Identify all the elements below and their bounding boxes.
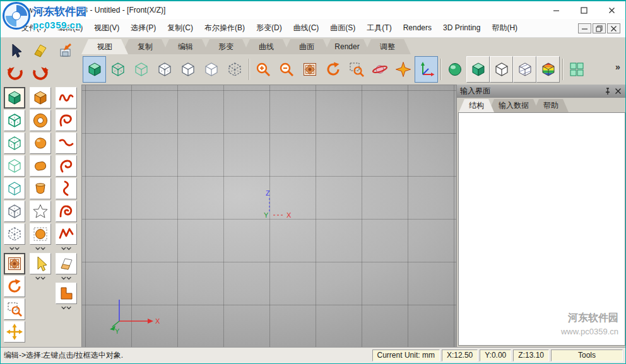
- squiggle-coil-button[interactable]: [56, 201, 77, 222]
- cube-wire-white-button[interactable]: [4, 201, 25, 222]
- star-outline-button[interactable]: [30, 201, 51, 222]
- menu-item-12[interactable]: 3D Printing: [437, 19, 486, 37]
- sphere-green-button[interactable]: [443, 56, 466, 83]
- panel-tab-1[interactable]: 结构: [459, 99, 494, 112]
- menu-item-11[interactable]: Renders: [398, 19, 437, 37]
- ribbon-tab-4[interactable]: 形变: [203, 39, 249, 54]
- cube-wire-white2-button[interactable]: [176, 56, 199, 83]
- cube-wire-white-button[interactable]: [153, 56, 176, 83]
- cube-orange-button[interactable]: [30, 87, 51, 109]
- ribbon-tab-7[interactable]: Render: [324, 39, 370, 54]
- menu-item-4[interactable]: 选择(P): [125, 19, 162, 37]
- squiggle-curl-button[interactable]: [56, 110, 77, 131]
- ribbon-tab-1[interactable]: 视图: [81, 39, 128, 54]
- cube-wire-white3-button[interactable]: [199, 56, 223, 83]
- cube-wire-teal-button[interactable]: [4, 178, 25, 199]
- zoom-in-button[interactable]: [251, 56, 275, 83]
- cube-rainbow-button[interactable]: [536, 56, 560, 83]
- panel-close-icon[interactable]: [613, 86, 623, 97]
- close-button[interactable]: [598, 1, 625, 19]
- zoom-select-button[interactable]: [4, 298, 25, 320]
- menu-item-5[interactable]: 复制(C): [162, 19, 199, 37]
- chevron-down-icon[interactable]: [56, 305, 77, 311]
- pattern-ornate-button[interactable]: [298, 56, 321, 83]
- cube-wire-green2-button[interactable]: [4, 155, 25, 177]
- save-arrow-button[interactable]: [54, 39, 78, 61]
- tools-button[interactable]: Tools: [551, 349, 623, 361]
- move-cross-button[interactable]: [4, 321, 25, 343]
- l-shape-button[interactable]: [56, 283, 77, 304]
- squiggle-ribbon-button[interactable]: [56, 223, 77, 245]
- menu-item-6[interactable]: 布尔操作(B): [199, 19, 251, 37]
- saturn-icon: [372, 61, 388, 78]
- cube-solid-green-button[interactable]: [4, 87, 25, 109]
- pattern-ornate-button[interactable]: [4, 253, 25, 274]
- squiggle-vs-button[interactable]: [56, 178, 77, 199]
- squiggle-wave-button[interactable]: [56, 87, 77, 109]
- cube-wire-green-full-button[interactable]: [4, 110, 25, 131]
- cube-wire-dashed-icon: [227, 61, 243, 78]
- wedge-yellow-button[interactable]: [28, 39, 52, 61]
- cube-solid-green-button[interactable]: [466, 56, 490, 83]
- cube-wire-boxed-button[interactable]: [490, 56, 513, 83]
- menu-item-3[interactable]: 视图(V): [88, 19, 125, 37]
- mdi-restore-button[interactable]: [593, 23, 606, 33]
- undo-button[interactable]: [3, 61, 27, 83]
- menu-item-1[interactable]: 文件(F): [16, 19, 52, 37]
- cube-solid-green-button[interactable]: [83, 56, 106, 83]
- chevron-down-icon[interactable]: [30, 246, 51, 252]
- toolbar-overflow-button[interactable]: »: [612, 62, 623, 72]
- sidebar-column-2: [28, 87, 52, 281]
- ribbon-tab-8[interactable]: 调整: [364, 39, 411, 54]
- pin-icon[interactable]: [602, 86, 613, 97]
- rotate-view-button[interactable]: [321, 56, 345, 83]
- cube-wire-dashed-button[interactable]: [223, 56, 246, 83]
- maximize-button[interactable]: [570, 1, 598, 19]
- plane-parallelogram-button[interactable]: [56, 253, 77, 274]
- squiggle-hook-button[interactable]: [56, 155, 77, 177]
- jelly-orange-button[interactable]: [30, 155, 51, 177]
- zoom-select-button[interactable]: [345, 56, 368, 83]
- blob-orange-button[interactable]: [30, 132, 51, 154]
- ribbon-tab-2[interactable]: 复制: [122, 39, 168, 54]
- panel-tab-2[interactable]: 输入数据: [488, 99, 539, 112]
- cube-hatched-button[interactable]: [513, 56, 536, 83]
- mdi-minimize-button[interactable]: [578, 23, 591, 33]
- compass-star-button[interactable]: [391, 56, 415, 83]
- cube-wire-green-button[interactable]: [4, 132, 25, 154]
- chevron-down-icon[interactable]: [4, 246, 25, 252]
- sphere-box-button[interactable]: [30, 223, 51, 245]
- pot-orange-button[interactable]: [30, 178, 51, 199]
- rotate-view-button[interactable]: [4, 276, 25, 297]
- chevron-down-icon[interactable]: [30, 276, 51, 281]
- menu-item-2[interactable]: 编辑(E): [52, 19, 88, 37]
- cursor-dark-button[interactable]: [3, 39, 27, 61]
- ribbon-tab-6[interactable]: 曲面: [283, 39, 330, 54]
- zoom-out-button[interactable]: [275, 56, 298, 83]
- ribbon-tab-5[interactable]: 曲线: [243, 39, 290, 54]
- menu-item-13[interactable]: 帮助(H): [486, 19, 523, 37]
- chevron-down-icon[interactable]: [56, 246, 77, 252]
- squiggle-s-button[interactable]: [56, 132, 77, 154]
- torus-orange-button[interactable]: [30, 110, 51, 131]
- menu-item-7[interactable]: 形变(D): [251, 19, 288, 37]
- axis-triad-button[interactable]: [415, 56, 438, 83]
- menu-item-8[interactable]: 曲线(C): [288, 19, 325, 37]
- minimize-button[interactable]: [542, 1, 570, 19]
- mdi-document-controls: [578, 23, 620, 33]
- chevron-down-icon[interactable]: [56, 276, 77, 281]
- grid-green-button[interactable]: [565, 56, 588, 83]
- panel-tab-3[interactable]: 帮助: [533, 99, 569, 112]
- mdi-close-button[interactable]: [607, 23, 620, 33]
- cube-wire-green-button[interactable]: [106, 56, 129, 83]
- menu-item-9[interactable]: 曲面(S): [324, 19, 361, 37]
- viewport-canvas[interactable]: Z Y X X Y: [81, 85, 456, 349]
- ribbon-tab-3[interactable]: 编辑: [162, 39, 209, 54]
- menu-item-10[interactable]: 工具(T): [361, 19, 397, 37]
- cursor-yellow-button[interactable]: [30, 253, 51, 274]
- redo-button[interactable]: [28, 61, 52, 83]
- cube-wire-green2-button[interactable]: [129, 56, 153, 83]
- quick-tools-row1: [3, 39, 81, 61]
- cube-wire-dashed-button[interactable]: [4, 223, 25, 245]
- saturn-button[interactable]: [368, 56, 391, 83]
